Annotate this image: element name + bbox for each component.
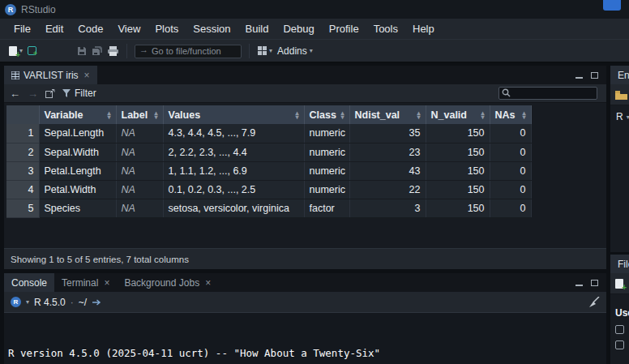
back-icon[interactable]: ← — [10, 88, 20, 100]
row-number: 4 — [6, 180, 39, 199]
goto-file-input[interactable] — [135, 45, 242, 58]
menu-item-code[interactable]: Code — [71, 23, 110, 35]
tab-environment[interactable]: Environment — [610, 66, 629, 84]
new-project-button[interactable] — [25, 45, 39, 57]
table-row[interactable]: 3 Petal.Length NA 1, 1.1, 1.2, ..., 6.9 … — [6, 161, 531, 180]
menu-item-build[interactable]: Build — [238, 23, 276, 35]
tab-console[interactable]: Console — [4, 273, 54, 292]
cell-label: NA — [116, 143, 163, 161]
maximize-icon[interactable] — [591, 72, 598, 79]
row-number: 3 — [6, 161, 39, 180]
cell-class: numeric — [304, 124, 349, 143]
menu-item-plots[interactable]: Plots — [148, 23, 186, 35]
sort-icon[interactable] — [522, 111, 525, 119]
table-row[interactable]: 4 Petal.Width NA 0.1, 0.2, 0.3, ..., 2.5… — [6, 180, 531, 199]
table-row[interactable]: 2 Sepal.Width NA 2, 2.2, 2.3, ..., 4.4 n… — [6, 143, 531, 161]
toolbar-separator — [249, 44, 250, 58]
sort-icon[interactable] — [295, 111, 298, 119]
column-label: Variable — [45, 109, 83, 121]
sort-icon[interactable] — [481, 111, 484, 119]
column-header-variable[interactable]: Variable — [39, 105, 116, 124]
floppy-stack-icon — [92, 46, 103, 56]
print-button[interactable] — [105, 45, 121, 58]
clear-console-broom-icon[interactable] — [588, 297, 600, 307]
cell-ndist-val: 43 — [349, 161, 426, 180]
column-header-nas[interactable]: NAs — [490, 105, 531, 124]
rstudio-logo-icon: R — [5, 4, 16, 15]
environment-tabstrip: Environment — [610, 66, 629, 84]
cell-ndist-val: 22 — [349, 180, 426, 199]
environment-toolbar — [610, 84, 629, 105]
table-search-input[interactable] — [498, 87, 597, 100]
minimize-icon[interactable] — [576, 77, 583, 79]
goto-directory-icon[interactable] — [92, 298, 102, 306]
close-icon[interactable]: × — [104, 277, 109, 289]
menu-item-edit[interactable]: Edit — [38, 23, 71, 35]
r-logo-icon: R — [11, 297, 21, 307]
maximize-icon[interactable] — [591, 280, 598, 286]
tab-background-jobs[interactable]: Background Jobs × — [117, 273, 218, 292]
menu-item-debug[interactable]: Debug — [276, 23, 321, 35]
menu-item-session[interactable]: Session — [186, 23, 237, 35]
menu-item-tools[interactable]: Tools — [366, 23, 405, 35]
column-header-ndist-val[interactable]: Ndist_val — [349, 105, 426, 124]
save-button[interactable] — [75, 45, 89, 58]
close-icon[interactable]: × — [205, 277, 211, 289]
column-label: Label — [122, 109, 148, 121]
sort-icon[interactable] — [107, 111, 110, 119]
load-workspace-folder-icon[interactable] — [615, 90, 627, 100]
table-row[interactable]: 1 Sepal.Length NA 4.3, 4.4, 4.5, ..., 7.… — [6, 124, 531, 143]
cell-label: NA — [116, 199, 163, 217]
panes-layout-button[interactable]: ▾ — [255, 45, 275, 57]
cell-label: NA — [116, 161, 163, 180]
tab-label: Console — [11, 277, 47, 289]
column-header-label[interactable]: Label — [116, 105, 163, 124]
filter-button[interactable]: Filter — [62, 88, 96, 99]
file-checkbox[interactable] — [615, 340, 624, 349]
environment-language-selector[interactable]: R ▾ — [616, 111, 629, 122]
console-pane: Console Terminal × Background Jobs × R ▾ — [4, 273, 606, 364]
new-project-icon — [28, 46, 36, 55]
cell-nas: 0 — [490, 124, 531, 143]
tab-terminal[interactable]: Terminal × — [54, 273, 117, 292]
popout-icon[interactable] — [45, 89, 55, 98]
floppy-icon — [77, 46, 87, 56]
viewer-tabstrip: VARLIST iris × — [4, 66, 606, 84]
addins-button[interactable]: Addins ▾ — [275, 44, 315, 58]
column-header-values[interactable]: Values — [163, 105, 304, 124]
cell-values: 0.1, 0.2, 0.3, ..., 2.5 — [163, 180, 304, 199]
file-checkbox[interactable] — [615, 325, 624, 334]
cell-values: 2, 2.2, 2.3, ..., 4.4 — [163, 143, 304, 161]
language-label: R — [616, 111, 623, 122]
menu-item-help[interactable]: Help — [405, 23, 442, 35]
files-pane: Files + User — [610, 255, 629, 364]
column-label: Ndist_val — [355, 109, 400, 121]
project-icon[interactable] — [603, 0, 621, 11]
new-blank-file-icon[interactable]: + — [615, 279, 623, 289]
sort-icon[interactable] — [154, 111, 157, 119]
sort-icon[interactable] — [340, 111, 344, 119]
cell-class: numeric — [304, 143, 349, 161]
tab-varlist-iris[interactable]: VARLIST iris × — [4, 66, 97, 84]
table-row[interactable]: 5 Species NA setosa, versicolor, virgini… — [6, 199, 531, 217]
minimize-icon[interactable] — [576, 285, 583, 286]
menu-item-file[interactable]: File — [6, 23, 38, 35]
cell-n-valid: 150 — [426, 143, 490, 161]
chevron-down-icon: ▾ — [310, 47, 313, 54]
new-file-button[interactable]: + ▾ — [6, 45, 25, 58]
chevron-down-icon[interactable]: ▾ — [26, 298, 29, 306]
sort-icon[interactable] — [417, 111, 420, 119]
column-header-class[interactable]: Class — [304, 105, 349, 124]
cell-values: 4.3, 4.4, 4.5, ..., 7.9 — [163, 124, 304, 143]
tab-files[interactable]: Files — [610, 255, 629, 273]
table-status-bar: Showing 1 to 5 of 5 entries, 7 total col… — [4, 248, 606, 269]
cell-n-valid: 150 — [426, 199, 490, 217]
close-icon[interactable]: × — [84, 70, 90, 81]
save-all-button[interactable] — [89, 45, 105, 58]
column-header-n-valid[interactable]: N_valid — [426, 105, 490, 124]
console-output[interactable]: R version 4.5.0 (2025-04-11 ucrt) -- "Ho… — [4, 313, 606, 364]
forward-icon[interactable]: → — [28, 88, 38, 100]
menu-item-view[interactable]: View — [110, 23, 148, 35]
grid-icon — [258, 46, 267, 55]
menu-item-profile[interactable]: Profile — [322, 23, 366, 35]
